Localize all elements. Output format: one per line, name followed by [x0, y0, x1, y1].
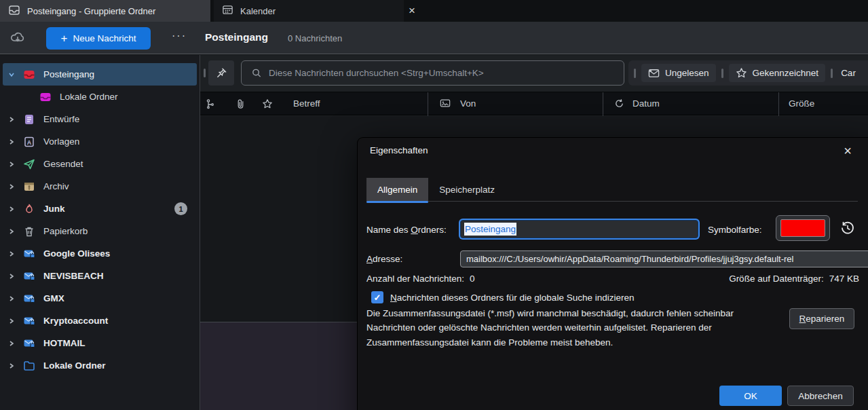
account-icon: [23, 248, 35, 260]
tab-calendar[interactable]: Kalender: [214, 0, 404, 22]
tab-close-button[interactable]: ×: [404, 3, 420, 19]
account-icon: [23, 315, 35, 327]
sidebar-item-gmx[interactable]: GMX: [3, 287, 197, 310]
sidebar-item-vorlagen[interactable]: A Vorlagen: [3, 130, 197, 153]
revert-icon: [839, 220, 856, 236]
drafts-icon: [23, 113, 35, 126]
folder-name-label: Name des Ordners:: [366, 225, 447, 235]
junk-icon: [23, 203, 35, 215]
message-count-label: Anzahl der Nachrichten:: [366, 274, 464, 284]
icon-color-swatch[interactable]: [776, 215, 830, 241]
archive-icon: [23, 181, 35, 193]
templates-icon: A: [23, 136, 35, 148]
tab-bar: Posteingang - Gruppierte Ordner Kalender…: [0, 0, 868, 22]
sidebar-item-label: Vorlagen: [43, 136, 79, 147]
filter-unread-button[interactable]: Ungelesen: [641, 64, 716, 82]
column-size[interactable]: Größe: [789, 98, 814, 109]
sidebar-item-lokale-ordner-child[interactable]: Lokale Ordner: [3, 86, 197, 108]
search-input[interactable]: [269, 68, 624, 78]
index-checkbox[interactable]: ✓: [371, 291, 383, 303]
repair-button[interactable]: Reparieren: [789, 308, 854, 329]
more-options-button[interactable]: ···: [168, 30, 190, 46]
date-icon[interactable]: [614, 98, 624, 111]
account-icon: [23, 337, 35, 350]
chevron-right-icon[interactable]: [8, 183, 15, 190]
chevron-right-icon[interactable]: [8, 273, 15, 280]
star-column-icon[interactable]: [262, 98, 273, 111]
sidebar-item-lokale-ordner[interactable]: Lokale Ordner: [3, 354, 197, 377]
sidebar-item-label: Google Olisees: [43, 248, 110, 259]
quick-filter-bar: Ungelesen Gekennzeichnet Car: [628, 60, 868, 86]
search-icon: [251, 68, 262, 78]
chevron-right-icon[interactable]: [8, 206, 15, 212]
filter-partial-button[interactable]: Car: [838, 64, 858, 82]
index-checkbox-label: Nachrichten dieses Ordners für die globa…: [390, 293, 634, 303]
column-date[interactable]: Datum: [633, 98, 660, 109]
sidebar-item-label: Posteingang: [43, 69, 94, 79]
chevron-right-icon[interactable]: [8, 340, 15, 347]
new-message-button[interactable]: + Neue Nachricht: [46, 27, 151, 50]
sidebar-item-archiv[interactable]: Archiv: [3, 175, 197, 198]
column-divider[interactable]: [603, 92, 603, 116]
ok-button[interactable]: OK: [719, 386, 782, 406]
pin-button[interactable]: [208, 60, 234, 86]
inbox-icon: [23, 69, 35, 81]
toolbar-grip[interactable]: [204, 69, 206, 77]
folder-icon: [23, 360, 35, 372]
cancel-button[interactable]: Abbrechen: [787, 386, 854, 406]
sidebar-item-papierkorb[interactable]: Papierkorb: [3, 220, 197, 242]
star-icon: [736, 67, 747, 79]
disk-size-value: 747 KB: [829, 274, 859, 284]
revert-color-button[interactable]: [838, 219, 857, 238]
address-input[interactable]: mailbox:///C:/Users/owhir/AppData/Roamin…: [460, 250, 868, 267]
sidebar-item-hotmail[interactable]: HOTMAIL: [3, 332, 197, 354]
column-subject[interactable]: Betreff: [293, 98, 320, 109]
thread-icon[interactable]: [206, 98, 216, 111]
dialog-close-button[interactable]: ×: [839, 142, 856, 160]
column-divider[interactable]: [428, 92, 428, 116]
selected-text: Posteingang: [464, 223, 516, 236]
sidebar-item-google-olisees[interactable]: Google Olisees: [3, 242, 197, 265]
column-from[interactable]: Von: [460, 98, 476, 109]
sidebar-item-nevisbeach[interactable]: NEVISBEACH: [3, 265, 197, 287]
spaces-icon[interactable]: [8, 29, 27, 48]
chevron-right-icon[interactable]: [8, 138, 15, 145]
attachment-icon[interactable]: [235, 98, 246, 111]
filter-partial-label: Car: [841, 68, 856, 78]
unread-badge: 1: [174, 202, 187, 215]
filter-grip[interactable]: [634, 69, 636, 78]
dialog-tabs: Allgemein Speicherplatz: [366, 178, 858, 202]
message-count-row: Anzahl der Nachrichten:0: [366, 274, 475, 284]
folder-name-input[interactable]: Posteingang: [460, 220, 698, 238]
sidebar-item-junk[interactable]: Junk 1: [3, 198, 197, 220]
column-divider[interactable]: [778, 92, 779, 116]
chevron-right-icon[interactable]: [8, 228, 15, 235]
tab-allgemein[interactable]: Allgemein: [366, 178, 428, 202]
chevron-right-icon[interactable]: [8, 362, 15, 369]
sidebar-item-kryptoaccount[interactable]: Kryptoaccount: [3, 310, 197, 332]
chevron-right-icon[interactable]: [8, 116, 15, 123]
filter-grip[interactable]: [831, 69, 833, 78]
sidebar-item-posteingang[interactable]: Posteingang: [3, 63, 197, 86]
unread-icon: [648, 68, 660, 78]
search-bar: [241, 60, 624, 86]
tab-mail-label: Posteingang - Gruppierte Ordner: [27, 6, 155, 16]
icon-color-label: Symbolfarbe:: [708, 225, 762, 235]
tab-speicherplatz[interactable]: Speicherplatz: [428, 178, 506, 202]
chevron-right-icon[interactable]: [8, 295, 15, 302]
sidebar-item-gesendet[interactable]: Gesendet: [3, 153, 197, 175]
tab-mail[interactable]: Posteingang - Gruppierte Ordner: [0, 0, 210, 22]
filter-starred-button[interactable]: Gekennzeichnet: [729, 64, 826, 82]
chevron-right-icon[interactable]: [8, 250, 15, 257]
account-icon: [23, 293, 35, 305]
sidebar-item-entwuerfe[interactable]: Entwürfe: [3, 108, 197, 130]
sidebar-item-label: GMX: [43, 293, 64, 303]
filter-grip[interactable]: [721, 69, 723, 78]
chevron-right-icon[interactable]: [8, 318, 15, 324]
chevron-right-icon[interactable]: [8, 161, 15, 168]
calendar-icon: [222, 4, 233, 18]
plus-icon: +: [61, 32, 68, 45]
account-icon: [23, 270, 35, 282]
chevron-down-icon[interactable]: [8, 71, 15, 78]
correspondents-icon[interactable]: [440, 98, 451, 110]
